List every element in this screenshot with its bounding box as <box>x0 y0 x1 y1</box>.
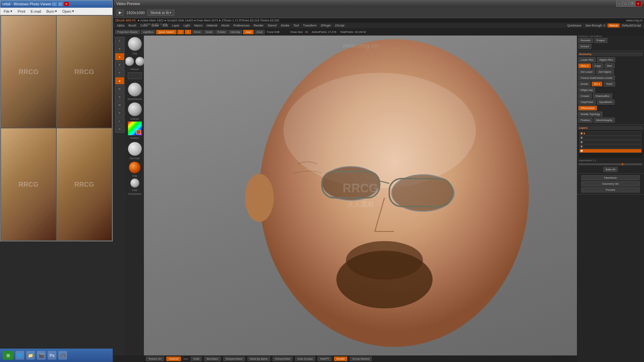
zb-sdiv2-btn[interactable]: SDiv 2 <box>578 63 591 68</box>
layer-item-4[interactable] <box>579 144 642 148</box>
zb-dynamesh-btn[interactable]: DynaMesh <box>597 100 614 105</box>
zb-geohd-btn[interactable]: Geometry HD <box>581 181 640 186</box>
zb-preview-btn[interactable]: Preview <box>581 187 640 192</box>
layer-item-3[interactable] <box>579 140 642 144</box>
zb-groupmarked-btn[interactable]: Group Marked <box>350 357 372 361</box>
zb-nexus[interactable]: Nexus <box>607 23 620 27</box>
vp-maximize-btn[interactable]: □ <box>623 1 629 7</box>
pv-image-1[interactable]: RRCG <box>1 16 56 128</box>
zb-main-canvas[interactable]: RRCG人人素材 www.rrcg.cn <box>144 36 577 355</box>
zb-zadd[interactable]: Zadd <box>243 30 253 34</box>
zb-shadowbox-btn[interactable]: ShadowBox <box>593 94 612 99</box>
zb-dobt-btn[interactable]: DoBt <box>191 357 202 361</box>
layer-item-5[interactable] <box>579 149 642 153</box>
zb-edgeloop-btn[interactable]: EdgeLoop <box>578 87 595 93</box>
pv-menu-burn[interactable]: Burn ▾ <box>45 8 59 14</box>
zb-see-through[interactable]: See-through: 0 <box>584 23 607 27</box>
layer-item-2[interactable] <box>579 136 642 140</box>
zb-sphere-s1[interactable] <box>125 57 134 66</box>
zb-hidept-btn[interactable]: HidePT <box>318 357 331 361</box>
zb-menu-macro[interactable]: Macro <box>193 23 204 27</box>
pv-minimize-btn[interactable]: − <box>52 2 57 6</box>
taskbar-ie-icon[interactable]: 🌐 <box>15 351 24 360</box>
zb-groupvisible-btn[interactable]: GroupVisible <box>273 357 293 361</box>
zb-color-picker[interactable] <box>128 121 142 135</box>
zb-colorize-btn[interactable]: Colorize <box>166 357 181 361</box>
vp-shrink-fit-btn[interactable]: Shrink to fit ▾ <box>147 10 174 16</box>
zb-tool-floor[interactable]: F <box>115 69 124 76</box>
taskbar-media-icon[interactable]: 🎬 <box>37 351 46 360</box>
zb-menu-layer[interactable]: Layer <box>170 23 181 27</box>
zb-dellower-btn[interactable]: Del Lower <box>578 69 595 74</box>
taskbar-photoshop-icon[interactable]: Ps <box>48 351 56 360</box>
zb-tool-zoom[interactable]: Z <box>115 37 124 44</box>
zb-zremesher-btn[interactable]: ZRemesher <box>578 106 597 111</box>
zb-default-zscript[interactable]: DefaultZScript <box>620 23 643 27</box>
zb-cage-btn[interactable]: Cage <box>592 63 603 68</box>
zb-brush-sphere[interactable] <box>128 37 142 51</box>
zb-btn-2[interactable]: ⬡ <box>185 30 191 34</box>
zb-menu-alpha[interactable]: Alpha <box>115 23 126 27</box>
zb-extract-btn[interactable]: Extract <box>578 44 591 49</box>
zb-menu-preferences[interactable]: Preferences <box>232 23 252 27</box>
zb-menu-zscript[interactable]: ZScript <box>333 23 346 27</box>
zb-sharpenstack-btn[interactable]: SharpenStack <box>223 357 245 361</box>
zb-retr-btn[interactable]: Retr <box>605 63 614 68</box>
zb-flat-color-sphere[interactable] <box>128 142 142 156</box>
pv-menu-file[interactable]: File ▾ <box>2 8 14 14</box>
zb-tool-g[interactable]: G <box>115 125 124 133</box>
zb-color-swatch[interactable] <box>136 130 141 134</box>
zb-btn-scale[interactable]: Scale <box>204 30 214 34</box>
vp-close-btn[interactable]: ✕ <box>635 1 641 7</box>
zb-btn-1[interactable]: ⬡ <box>177 30 184 34</box>
zb-subhad-sphere[interactable] <box>128 102 142 116</box>
zb-tool-active[interactable]: ● <box>115 53 124 60</box>
pv-maximize-btn[interactable]: □ <box>58 2 63 6</box>
zb-material-sphere[interactable] <box>128 82 142 97</box>
pv-image-4[interactable]: RRCG <box>57 128 112 240</box>
zb-menu-tool[interactable]: Tool <box>292 23 301 27</box>
zb-modify-topo-btn[interactable]: Modify Topology <box>578 112 602 117</box>
zb-tool-orange1[interactable]: ■ <box>115 77 124 84</box>
zb-meshintegrity-btn[interactable]: MeshIntegrity <box>594 118 614 123</box>
zb-maskbyalpha-btn[interactable]: Mask By Alpha <box>248 357 270 361</box>
zb-bake-all-btn[interactable]: Bake All <box>603 167 618 172</box>
pv-menu-email[interactable]: E-mail <box>29 9 43 14</box>
zb-tool-p[interactable]: P <box>115 109 124 117</box>
zb-autogroups-btn[interactable]: Auto Groups <box>295 357 315 361</box>
zb-tool-m[interactable]: M <box>115 101 124 109</box>
zb-tool-actual[interactable]: A <box>115 45 124 52</box>
vp-minimize-btn[interactable]: − <box>616 1 622 7</box>
zb-orange-sphere[interactable] <box>129 162 141 173</box>
zb-lightbox[interactable]: LightBox <box>141 30 155 34</box>
zb-btn-move[interactable]: Move <box>192 30 203 34</box>
zb-crease-btn[interactable]: Crease <box>578 94 592 99</box>
zb-remesh-btn[interactable]: Remesh <box>578 38 593 43</box>
zb-btn-rotate[interactable]: Rotate <box>215 30 227 34</box>
taskbar-folder-icon[interactable]: 📁 <box>26 351 35 360</box>
zb-btn-3[interactable]: Intensity <box>228 30 243 34</box>
pv-menu-print[interactable]: Print <box>16 9 28 14</box>
zb-tool-l[interactable]: L <box>115 117 124 125</box>
vp-restore-btn[interactable]: ❐ <box>629 1 635 7</box>
taskbar-app-icon[interactable]: 🎮 <box>58 351 67 360</box>
zb-fibermesh-btn[interactable]: FiberMesh <box>581 175 640 180</box>
zb-divide-btn[interactable]: Divide <box>578 81 590 86</box>
pv-image-2[interactable]: RRCG <box>57 16 112 128</box>
zb-menu-light[interactable]: Light <box>182 23 192 27</box>
zb-sphere-s2[interactable] <box>135 57 144 66</box>
zb-double-btn[interactable]: Double <box>334 357 347 361</box>
zb-tool-s[interactable]: S <box>115 93 124 101</box>
zb-position-btn[interactable]: Position <box>578 118 592 123</box>
zb-texture-on-btn[interactable]: Texture On <box>146 357 164 361</box>
zb-menu-material[interactable]: Material <box>205 23 219 27</box>
zb-menu-transform[interactable]: Transform <box>301 23 318 27</box>
start-button[interactable]: ⊞ <box>3 351 13 360</box>
zb-claypolish-btn[interactable]: ClayPolish <box>578 100 596 105</box>
zb-blurstack-btn[interactable]: BlurStack <box>204 357 220 361</box>
pv-menu-open[interactable]: Open ▾ <box>60 8 76 14</box>
pv-close-btn[interactable]: ✕ <box>64 2 69 6</box>
zb-quick-sketch[interactable]: Quick Sketch <box>156 30 176 34</box>
zb-rativ-btn[interactable]: RatiV <box>604 81 615 86</box>
zb-menu-render[interactable]: Render <box>252 23 265 27</box>
